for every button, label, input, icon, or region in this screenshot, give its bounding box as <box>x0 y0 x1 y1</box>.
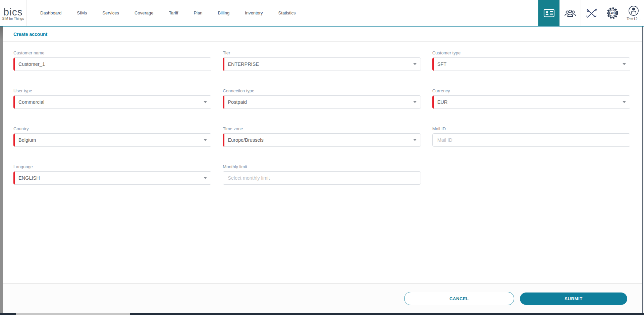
page-title: Create account <box>13 32 47 37</box>
create-account-form: Customer name Tier ENTERPRISE Customer t… <box>3 42 642 283</box>
nav-item-inventory[interactable]: Inventory <box>237 10 270 15</box>
chevron-down-icon <box>413 139 417 141</box>
customer-name-input[interactable] <box>13 57 211 71</box>
field-customer-type: Customer type SFT <box>432 50 630 71</box>
crossed-tools-icon <box>586 8 597 18</box>
customer-type-select[interactable]: SFT <box>432 57 630 71</box>
svg-text:API: API <box>610 12 615 15</box>
language-select-value: ENGLISH <box>18 175 201 181</box>
brand-tagline: SIM for Things <box>2 17 24 20</box>
user-profile-button[interactable]: Test12... <box>623 0 644 26</box>
user-type-label: User type <box>13 88 211 93</box>
field-user-type: User type Commercial <box>13 88 211 109</box>
language-select[interactable]: ENGLISH <box>13 171 211 185</box>
field-monthly-limit: Monthly limit <box>223 164 421 185</box>
api-settings-tab-button[interactable]: API <box>602 0 623 26</box>
brand-logo-text: bics <box>3 8 22 16</box>
currency-select-value: EUR <box>437 99 620 105</box>
field-connection-type: Connection type Postpaid <box>223 88 421 109</box>
time-zone-select[interactable]: Europe/Brussels <box>223 133 421 147</box>
connection-type-select[interactable]: Postpaid <box>223 95 421 109</box>
contact-card-icon <box>543 9 555 17</box>
nav-item-services[interactable]: Services <box>95 10 127 15</box>
panel-header: Create account <box>3 27 642 42</box>
chevron-down-icon <box>413 101 417 103</box>
main-nav: Dashboard SIMs Services Coverage Tariff … <box>33 0 538 26</box>
user-profile-label: Test12... <box>627 17 641 21</box>
header-icon-tiles: API Test12... <box>538 0 644 26</box>
chevron-down-icon <box>204 177 207 179</box>
users-tab-button[interactable] <box>559 0 581 26</box>
field-country: Country Belgium <box>13 126 211 147</box>
customer-type-label: Customer type <box>432 50 630 55</box>
time-zone-label: Time zone <box>223 126 421 131</box>
submit-button[interactable]: SUBMIT <box>520 292 627 305</box>
chevron-down-icon <box>623 63 626 65</box>
users-group-icon <box>564 8 577 18</box>
country-label: Country <box>13 126 211 131</box>
connection-type-label: Connection type <box>223 88 421 93</box>
field-customer-name: Customer name <box>13 50 211 71</box>
accounts-tab-button[interactable] <box>538 0 559 26</box>
nav-item-statistics[interactable]: Statistics <box>271 10 304 15</box>
tier-select[interactable]: ENTERPRISE <box>223 57 421 71</box>
chevron-down-icon <box>204 139 207 141</box>
api-gear-icon: API <box>606 6 619 20</box>
brand-logo: bics SIM for Things <box>0 0 26 26</box>
currency-label: Currency <box>432 88 630 93</box>
language-label: Language <box>13 164 211 169</box>
horizontal-scrollbar-thumb[interactable] <box>16 313 130 315</box>
main-region: Create account Customer name Tier ENTERP… <box>0 27 644 313</box>
monthly-limit-input[interactable] <box>223 171 421 185</box>
country-select[interactable]: Belgium <box>13 133 211 147</box>
bottom-edge-bar <box>0 313 644 315</box>
nav-item-sims[interactable]: SIMs <box>69 10 95 15</box>
chevron-down-icon <box>413 63 417 65</box>
connection-type-select-value: Postpaid <box>228 99 410 105</box>
mail-id-label: Mail ID <box>432 126 630 131</box>
left-background-strip <box>0 27 3 313</box>
field-time-zone: Time zone Europe/Brussels <box>223 126 421 147</box>
customer-type-select-value: SFT <box>437 61 620 67</box>
mail-id-input[interactable] <box>432 133 630 147</box>
tier-select-value: ENTERPRISE <box>228 61 410 67</box>
field-tier: Tier ENTERPRISE <box>223 50 421 71</box>
user-type-select[interactable]: Commercial <box>13 95 211 109</box>
tools-tab-button[interactable] <box>581 0 602 26</box>
tier-label: Tier <box>223 50 421 55</box>
top-navigation-bar: bics SIM for Things Dashboard SIMs Servi… <box>0 0 644 27</box>
nav-item-plan[interactable]: Plan <box>186 10 210 15</box>
nav-item-tariff[interactable]: Tariff <box>161 10 186 15</box>
field-language: Language ENGLISH <box>13 164 211 185</box>
monthly-limit-label: Monthly limit <box>223 164 421 169</box>
field-currency: Currency EUR <box>432 88 630 109</box>
vertical-scrollbar[interactable] <box>642 27 644 313</box>
cancel-button[interactable]: CANCEL <box>404 292 514 305</box>
currency-select[interactable]: EUR <box>432 95 630 109</box>
nav-item-dashboard[interactable]: Dashboard <box>33 10 69 15</box>
field-mail-id: Mail ID <box>432 126 630 147</box>
create-account-panel: Create account Customer name Tier ENTERP… <box>3 27 642 313</box>
form-action-bar: CANCEL SUBMIT <box>3 283 642 313</box>
nav-item-coverage[interactable]: Coverage <box>127 10 161 15</box>
country-select-value: Belgium <box>18 137 201 143</box>
nav-item-billing[interactable]: Billing <box>210 10 237 15</box>
customer-name-label: Customer name <box>13 50 211 55</box>
time-zone-select-value: Europe/Brussels <box>228 137 410 143</box>
user-avatar-icon <box>628 5 639 16</box>
user-type-select-value: Commercial <box>18 99 201 105</box>
chevron-down-icon <box>204 101 207 103</box>
chevron-down-icon <box>623 101 626 103</box>
